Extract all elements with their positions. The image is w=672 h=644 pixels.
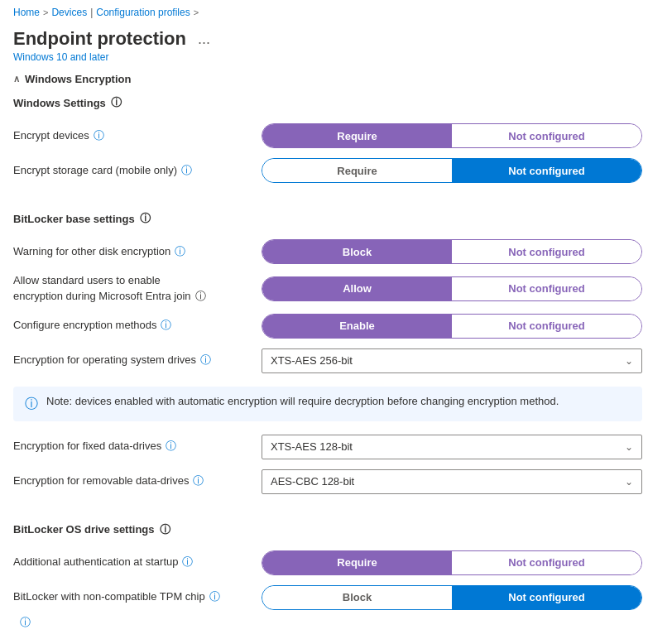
bitlocker-tpm-label: BitLocker with non-compatible TPM chip ⓘ (13, 590, 262, 604)
subsection-bitlocker-os-label: BitLocker OS drive settings (13, 523, 155, 536)
warning-disk-info-icon[interactable]: ⓘ (175, 245, 185, 259)
encryption-removable-drives-dropdown[interactable]: AES-CBC 128-bit ⌄ (262, 469, 642, 494)
subsection-bitlocker-base-label: BitLocker base settings (13, 213, 135, 225)
warning-disk-label: Warning for other disk encryption ⓘ (13, 245, 262, 259)
bitlocker-tpm-notconfigured-btn[interactable]: Not configured (452, 586, 641, 609)
encryption-os-drives-control: XTS-AES 256-bit ⌄ (262, 348, 659, 373)
allow-standard-users-label: Allow standard users to enable encryptio… (13, 274, 262, 304)
warning-disk-text: Warning for other disk encryption (13, 245, 170, 259)
breadcrumb-sep1: > (43, 7, 48, 17)
ellipsis-button[interactable]: ... (193, 29, 215, 50)
configure-encryption-row: Configure encryption methods ⓘ Enable No… (13, 309, 659, 344)
allow-standard-users-line1: Allow standard users to enable (13, 274, 262, 288)
encrypt-devices-label: Encrypt devices ⓘ (13, 129, 262, 143)
page-title: Endpoint protection (13, 28, 186, 50)
info-box-icon: ⓘ (25, 396, 38, 413)
allow-standard-allow-btn[interactable]: Allow (262, 277, 452, 300)
subsection-windows-settings-label: Windows Settings (13, 97, 106, 109)
additional-auth-require-btn[interactable]: Require (262, 551, 452, 574)
configure-encryption-info-icon[interactable]: ⓘ (161, 319, 171, 333)
configure-encryption-enable-btn[interactable]: Enable (262, 315, 452, 338)
encryption-removable-drives-control: AES-CBC 128-bit ⌄ (262, 469, 659, 494)
encrypt-storage-info-icon[interactable]: ⓘ (181, 164, 192, 178)
chevron-down-fixed-icon: ⌄ (625, 441, 633, 453)
encrypt-storage-label: Encrypt storage card (mobile only) ⓘ (13, 164, 262, 178)
encryption-fixed-drives-info-icon[interactable]: ⓘ (166, 440, 176, 454)
encryption-removable-drives-value: AES-CBC 128-bit (271, 475, 354, 488)
chevron-down-icon: ⌄ (625, 355, 633, 367)
additional-auth-info-icon[interactable]: ⓘ (182, 555, 193, 570)
subsection-bitlocker-os: BitLocker OS drive settings ⓘ (13, 522, 659, 537)
warning-disk-toggle: Block Not configured (262, 239, 642, 264)
bitlocker-tpm-block-btn[interactable]: Block (262, 586, 452, 609)
chevron-up-icon: ∧ (13, 74, 20, 84)
encryption-fixed-drives-label: Encryption for fixed data-drives ⓘ (13, 440, 262, 454)
bitlocker-tpm-note: ⓘ (13, 615, 659, 630)
configure-encryption-notconfigured-btn[interactable]: Not configured (452, 315, 641, 338)
encrypt-devices-control: Require Not configured (262, 123, 659, 148)
warning-disk-block-btn[interactable]: Block (262, 240, 452, 263)
encrypt-devices-toggle: Require Not configured (262, 123, 642, 148)
encrypt-devices-row: Encrypt devices ⓘ Require Not configured (13, 118, 659, 153)
configure-encryption-label: Configure encryption methods ⓘ (13, 319, 262, 333)
encryption-fixed-drives-dropdown[interactable]: XTS-AES 128-bit ⌄ (262, 435, 642, 459)
encryption-removable-drives-row: Encryption for removable data-drives ⓘ A… (13, 464, 659, 499)
bitlocker-tpm-control: Block Not configured (262, 585, 659, 610)
bitlocker-base-info-icon[interactable]: ⓘ (140, 211, 151, 226)
info-box-text: Note: devices enabled with automatic enc… (46, 395, 559, 407)
breadcrumb-home[interactable]: Home (13, 7, 40, 18)
info-box: ⓘ Note: devices enabled with automatic e… (13, 387, 642, 421)
encrypt-storage-require-btn[interactable]: Require (262, 159, 452, 182)
encrypt-storage-toggle: Require Not configured (262, 158, 642, 183)
bitlocker-tpm-text: BitLocker with non-compatible TPM chip (13, 590, 205, 604)
encryption-os-drives-dropdown[interactable]: XTS-AES 256-bit ⌄ (262, 348, 642, 373)
encryption-os-drives-text: Encryption for operating system drives (13, 353, 196, 368)
bitlocker-os-info-icon[interactable]: ⓘ (160, 522, 170, 537)
breadcrumb-devices[interactable]: Devices (51, 7, 87, 18)
encryption-os-drives-row: Encryption for operating system drives ⓘ… (13, 344, 659, 378)
additional-auth-row: Additional authentication at startup ⓘ R… (13, 545, 659, 580)
chevron-down-removable-icon: ⌄ (625, 476, 633, 488)
encryption-removable-drives-text: Encryption for removable data-drives (13, 474, 189, 488)
allow-standard-users-row: Allow standard users to enable encryptio… (13, 269, 659, 309)
allow-standard-notconfigured-btn[interactable]: Not configured (452, 277, 641, 300)
allow-standard-control: Allow Not configured (262, 276, 659, 301)
encryption-removable-drives-label: Encryption for removable data-drives ⓘ (13, 474, 262, 488)
bitlocker-tpm-toggle: Block Not configured (262, 585, 642, 610)
configure-encryption-text: Configure encryption methods (13, 319, 156, 333)
windows-settings-info-icon[interactable]: ⓘ (111, 95, 122, 110)
encryption-removable-drives-info-icon[interactable]: ⓘ (193, 474, 204, 488)
section-title: Windows Encryption (25, 73, 131, 85)
additional-auth-notconfigured-btn[interactable]: Not configured (452, 551, 641, 574)
breadcrumb: Home > Devices | Configuration profiles … (0, 0, 672, 25)
encryption-fixed-drives-value: XTS-AES 128-bit (271, 440, 353, 453)
allow-standard-info-icon[interactable]: ⓘ (195, 290, 206, 304)
encryption-fixed-drives-text: Encryption for fixed data-drives (13, 440, 161, 454)
warning-disk-notconfigured-btn[interactable]: Not configured (452, 240, 641, 263)
bitlocker-tpm-info-icon[interactable]: ⓘ (209, 590, 220, 604)
encrypt-devices-info-icon[interactable]: ⓘ (94, 129, 104, 143)
bitlocker-tpm-row: BitLocker with non-compatible TPM chip ⓘ… (13, 580, 659, 615)
encrypt-storage-notconfigured-btn[interactable]: Not configured (452, 159, 641, 182)
breadcrumb-profiles[interactable]: Configuration profiles (96, 7, 190, 18)
warning-disk-encryption-row: Warning for other disk encryption ⓘ Bloc… (13, 234, 659, 269)
page-subtitle: Windows 10 and later (0, 50, 672, 73)
allow-standard-text-line2: encryption during Microsoft Entra join (13, 290, 191, 304)
subsection-bitlocker-base: BitLocker base settings ⓘ (13, 211, 659, 226)
windows-encryption-section: ∧ Windows Encryption Windows Settings ⓘ … (0, 73, 672, 630)
encrypt-devices-text: Encrypt devices (13, 129, 89, 143)
allow-standard-toggle: Allow Not configured (262, 276, 642, 301)
encryption-os-drives-label: Encryption for operating system drives ⓘ (13, 353, 262, 368)
encrypt-storage-control: Require Not configured (262, 158, 659, 183)
encrypt-devices-notconfigured-btn[interactable]: Not configured (452, 124, 641, 147)
configure-encryption-control: Enable Not configured (262, 314, 659, 339)
encryption-os-drives-info-icon[interactable]: ⓘ (200, 353, 211, 368)
allow-standard-users-line2: encryption during Microsoft Entra join ⓘ (13, 290, 262, 304)
section-header-windows-encryption[interactable]: ∧ Windows Encryption (13, 73, 659, 85)
encryption-fixed-drives-row: Encryption for fixed data-drives ⓘ XTS-A… (13, 430, 659, 464)
configure-encryption-toggle: Enable Not configured (262, 314, 642, 339)
info-icon-small: ⓘ (20, 616, 31, 628)
encrypt-storage-row: Encrypt storage card (mobile only) ⓘ Req… (13, 153, 659, 188)
encrypt-devices-require-btn[interactable]: Require (262, 124, 452, 147)
encryption-fixed-drives-control: XTS-AES 128-bit ⌄ (262, 435, 659, 459)
